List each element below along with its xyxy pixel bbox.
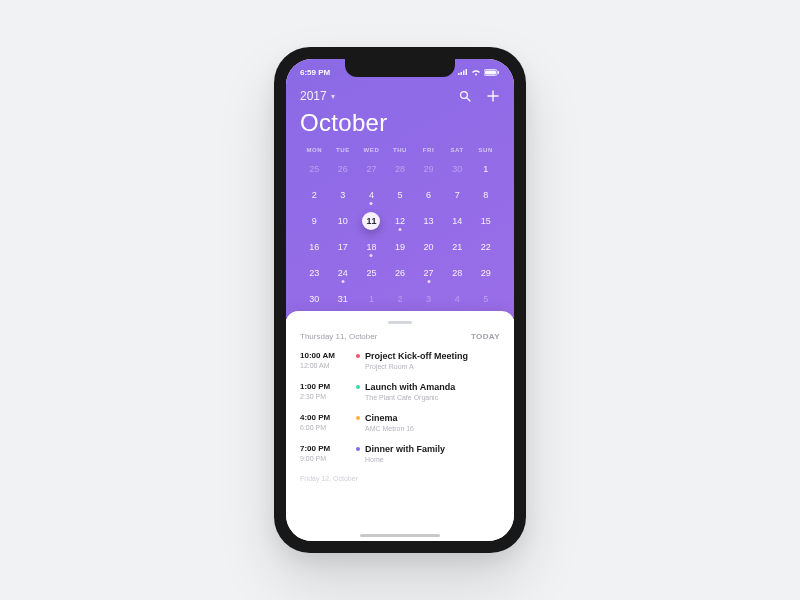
event-times: 4:00 PM6:00 PM bbox=[300, 413, 346, 432]
svg-rect-1 bbox=[461, 72, 463, 75]
date-cell[interactable]: 1 bbox=[357, 289, 386, 309]
event-detail: Launch with AmandaThe Plant Cafe Organic bbox=[356, 382, 455, 401]
date-cell[interactable]: 26 bbox=[386, 263, 415, 283]
date-cell[interactable]: 24 bbox=[329, 263, 358, 283]
status-right bbox=[458, 69, 500, 76]
date-cell[interactable]: 15 bbox=[471, 211, 500, 231]
date-cell[interactable]: 1 bbox=[471, 159, 500, 179]
event-color-icon bbox=[356, 354, 360, 358]
date-cell[interactable]: 28 bbox=[443, 263, 472, 283]
weekday-label: SAT bbox=[443, 147, 472, 153]
weekday-label: SUN bbox=[471, 147, 500, 153]
date-cell[interactable]: 11 bbox=[357, 211, 386, 231]
date-cell[interactable]: 26 bbox=[329, 159, 358, 179]
list-date-heading: Thursday 11, October bbox=[300, 332, 377, 341]
date-cell[interactable]: 23 bbox=[300, 263, 329, 283]
event-color-icon bbox=[356, 385, 360, 389]
svg-line-8 bbox=[467, 98, 470, 101]
date-cell[interactable]: 17 bbox=[329, 237, 358, 257]
event-dot-icon bbox=[427, 280, 430, 283]
event-row[interactable]: 1:00 PM2:30 PMLaunch with AmandaThe Plan… bbox=[300, 382, 500, 401]
date-cell[interactable]: 8 bbox=[471, 185, 500, 205]
event-title: Launch with Amanda bbox=[356, 382, 455, 392]
date-cell[interactable]: 25 bbox=[300, 159, 329, 179]
date-cell[interactable]: 4 bbox=[443, 289, 472, 309]
date-cell[interactable]: 29 bbox=[471, 263, 500, 283]
event-start: 7:00 PM bbox=[300, 444, 346, 453]
event-dot-icon bbox=[398, 228, 401, 231]
date-cell[interactable]: 25 bbox=[357, 263, 386, 283]
battery-icon bbox=[484, 69, 500, 76]
date-cell[interactable]: 5 bbox=[471, 289, 500, 309]
event-list: 10:00 AM12:00 AMProject Kick-off Meeting… bbox=[300, 351, 500, 463]
event-times: 7:00 PM9:00 PM bbox=[300, 444, 346, 463]
date-cell[interactable]: 14 bbox=[443, 211, 472, 231]
event-location: Home bbox=[365, 456, 445, 463]
date-cell[interactable]: 3 bbox=[414, 289, 443, 309]
date-cell[interactable]: 5 bbox=[386, 185, 415, 205]
date-grid: 2526272829301234567891011121314151617181… bbox=[300, 159, 500, 309]
today-button[interactable]: TODAY bbox=[471, 332, 500, 341]
search-button[interactable] bbox=[458, 89, 472, 103]
date-cell[interactable]: 31 bbox=[329, 289, 358, 309]
event-row[interactable]: 10:00 AM12:00 AMProject Kick-off Meeting… bbox=[300, 351, 500, 370]
event-panel: Thursday 11, October TODAY 10:00 AM12:00… bbox=[286, 311, 514, 541]
screen: 6:59 PM 2017 ▾ bbox=[286, 59, 514, 541]
status-time: 6:59 PM bbox=[300, 68, 330, 77]
date-cell[interactable]: 19 bbox=[386, 237, 415, 257]
add-button[interactable] bbox=[486, 89, 500, 103]
date-cell[interactable]: 6 bbox=[414, 185, 443, 205]
date-cell[interactable]: 30 bbox=[300, 289, 329, 309]
date-cell[interactable]: 27 bbox=[357, 159, 386, 179]
event-location: The Plant Cafe Organic bbox=[365, 394, 455, 401]
date-cell[interactable]: 16 bbox=[300, 237, 329, 257]
svg-rect-2 bbox=[463, 71, 465, 76]
event-end: 12:00 AM bbox=[300, 362, 346, 369]
event-start: 10:00 AM bbox=[300, 351, 346, 360]
date-cell[interactable]: 28 bbox=[386, 159, 415, 179]
date-cell[interactable]: 9 bbox=[300, 211, 329, 231]
svg-rect-3 bbox=[466, 69, 468, 75]
event-detail: Dinner with FamilyHome bbox=[356, 444, 445, 463]
date-cell[interactable]: 12 bbox=[386, 211, 415, 231]
weekday-label: MON bbox=[300, 147, 329, 153]
date-cell[interactable]: 2 bbox=[386, 289, 415, 309]
event-title: Dinner with Family bbox=[356, 444, 445, 454]
date-cell[interactable]: 29 bbox=[414, 159, 443, 179]
weekday-label: TUE bbox=[329, 147, 358, 153]
drag-handle[interactable] bbox=[388, 321, 412, 324]
date-cell[interactable]: 13 bbox=[414, 211, 443, 231]
date-cell[interactable]: 10 bbox=[329, 211, 358, 231]
date-cell[interactable]: 21 bbox=[443, 237, 472, 257]
date-cell[interactable]: 4 bbox=[357, 185, 386, 205]
date-cell[interactable]: 22 bbox=[471, 237, 500, 257]
svg-rect-0 bbox=[458, 73, 460, 75]
event-title: Project Kick-off Meeting bbox=[356, 351, 468, 361]
svg-rect-5 bbox=[485, 70, 496, 74]
date-cell[interactable]: 7 bbox=[443, 185, 472, 205]
weekday-label: FRI bbox=[414, 147, 443, 153]
event-detail: Project Kick-off MeetingProject Room A bbox=[356, 351, 468, 370]
weekday-label: THU bbox=[386, 147, 415, 153]
svg-rect-6 bbox=[498, 71, 499, 74]
next-day-heading: Friday 12, October bbox=[300, 475, 500, 482]
event-row[interactable]: 4:00 PM6:00 PMCinemaAMC Metron 16 bbox=[300, 413, 500, 432]
date-cell[interactable]: 2 bbox=[300, 185, 329, 205]
date-cell[interactable]: 20 bbox=[414, 237, 443, 257]
home-indicator[interactable] bbox=[360, 534, 440, 537]
event-times: 1:00 PM2:30 PM bbox=[300, 382, 346, 401]
event-end: 6:00 PM bbox=[300, 424, 346, 431]
event-start: 1:00 PM bbox=[300, 382, 346, 391]
month-title: October bbox=[300, 109, 500, 137]
event-row[interactable]: 7:00 PM9:00 PMDinner with FamilyHome bbox=[300, 444, 500, 463]
year-picker[interactable]: 2017 ▾ bbox=[300, 89, 335, 103]
date-cell[interactable]: 30 bbox=[443, 159, 472, 179]
date-cell[interactable]: 18 bbox=[357, 237, 386, 257]
event-end: 2:30 PM bbox=[300, 393, 346, 400]
event-dot-icon bbox=[341, 280, 344, 283]
notch bbox=[345, 59, 455, 77]
date-cell[interactable]: 27 bbox=[414, 263, 443, 283]
date-cell[interactable]: 3 bbox=[329, 185, 358, 205]
event-location: AMC Metron 16 bbox=[365, 425, 414, 432]
signal-icon bbox=[458, 69, 468, 75]
